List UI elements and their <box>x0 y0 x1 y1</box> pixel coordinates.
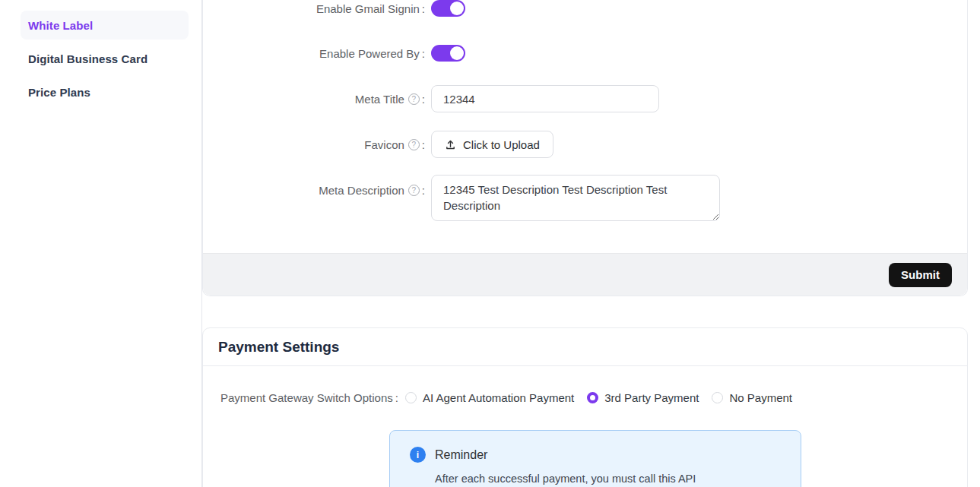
sidebar-item-label: Price Plans <box>28 86 90 99</box>
gateway-switch-label: Payment Gateway Switch Options <box>220 391 398 404</box>
form-row-powered-by: Enable Powered By <box>203 45 967 62</box>
settings-sidebar: White Label Digital Business Card Price … <box>0 0 202 487</box>
radio-circle <box>712 392 723 403</box>
toggle-knob <box>450 2 464 15</box>
toggle-knob <box>450 46 464 60</box>
meta-title-input[interactable] <box>431 85 659 112</box>
form-footer: Submit <box>203 253 967 296</box>
main-content: Enable Gmail Signin Enable Powered By <box>202 0 980 487</box>
form-row-meta-description: Meta Description ? 12345 Test Descriptio… <box>203 175 967 221</box>
radio-label: 3rd Party Payment <box>604 391 699 404</box>
powered-by-toggle[interactable] <box>431 45 465 62</box>
payment-settings-title: Payment Settings <box>218 339 952 356</box>
sidebar-item-white-label[interactable]: White Label <box>21 11 189 40</box>
meta-title-label: Meta Title ? <box>203 93 425 106</box>
sidebar-item-price-plans[interactable]: Price Plans <box>21 77 189 106</box>
reminder-alert: i Reminder After each successful payment… <box>389 430 801 487</box>
radio-ai-agent-automation-payment[interactable]: AI Agent Automation Payment <box>405 391 574 404</box>
info-icon: i <box>410 447 426 463</box>
payment-settings-body: Payment Gateway Switch Options AI Agent … <box>203 366 967 487</box>
reminder-header: i Reminder <box>410 447 782 463</box>
submit-button[interactable]: Submit <box>889 263 952 287</box>
powered-by-label: Enable Powered By <box>203 47 425 60</box>
gmail-signin-label: Enable Gmail Signin <box>203 2 425 15</box>
radio-label: No Payment <box>729 391 792 404</box>
sidebar-item-label: Digital Business Card <box>28 52 147 65</box>
white-label-form-card: Enable Gmail Signin Enable Powered By <box>202 0 968 296</box>
meta-description-textarea[interactable]: 12345 Test Description Test Description … <box>431 175 720 221</box>
sidebar-item-digital-business-card[interactable]: Digital Business Card <box>21 44 189 73</box>
gateway-switch-row: Payment Gateway Switch Options AI Agent … <box>220 391 967 404</box>
gateway-radio-group: AI Agent Automation Payment 3rd Party Pa… <box>405 391 792 404</box>
meta-description-label: Meta Description ? <box>203 184 425 197</box>
upload-icon <box>445 139 456 150</box>
reminder-body-text: After each successful payment, you must … <box>435 473 782 485</box>
radio-3rd-party-payment[interactable]: 3rd Party Payment <box>587 391 699 404</box>
white-label-form-body: Enable Gmail Signin Enable Powered By <box>203 0 967 253</box>
radio-circle <box>405 392 417 403</box>
help-icon[interactable]: ? <box>408 139 420 150</box>
radio-circle <box>587 392 598 403</box>
gmail-signin-toggle[interactable] <box>431 0 465 17</box>
favicon-upload-button[interactable]: Click to Upload <box>431 131 553 158</box>
reminder-title: Reminder <box>435 448 487 462</box>
help-icon[interactable]: ? <box>408 93 420 105</box>
help-icon[interactable]: ? <box>408 185 420 196</box>
payment-settings-header: Payment Settings <box>203 328 967 366</box>
radio-no-payment[interactable]: No Payment <box>712 391 792 404</box>
upload-button-label: Click to Upload <box>463 138 540 151</box>
favicon-label: Favicon ? <box>203 138 425 151</box>
radio-label: AI Agent Automation Payment <box>423 391 574 404</box>
page: White Label Digital Business Card Price … <box>0 0 980 487</box>
sidebar-item-label: White Label <box>28 19 93 32</box>
form-row-gmail-signin: Enable Gmail Signin <box>203 0 967 17</box>
form-row-favicon: Favicon ? Click to Upload <box>203 131 967 158</box>
form-row-meta-title: Meta Title ? <box>203 85 967 112</box>
payment-settings-card: Payment Settings Payment Gateway Switch … <box>202 327 968 487</box>
